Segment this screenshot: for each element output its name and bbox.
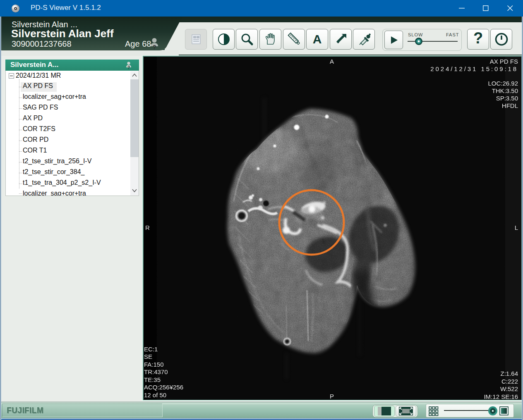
- svg-text:?: ?: [127, 65, 130, 69]
- svg-text:?: ?: [153, 44, 156, 50]
